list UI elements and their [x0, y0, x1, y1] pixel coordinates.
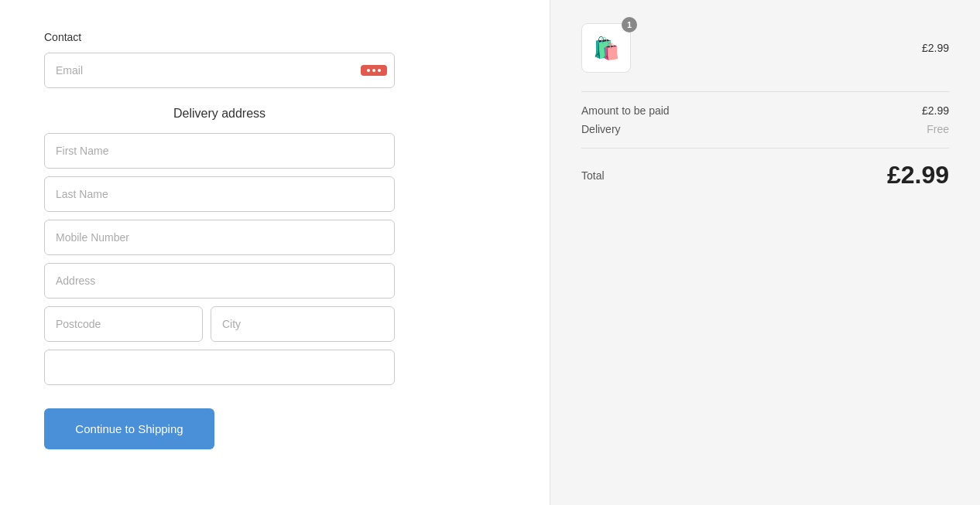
product-image-wrapper: 🛍️ 1	[581, 23, 631, 73]
email-autofill-button[interactable]	[361, 65, 387, 76]
postcode-input[interactable]	[44, 306, 203, 342]
dot-icon	[378, 69, 381, 72]
total-row: Total £2.99	[581, 161, 949, 189]
mobile-input[interactable]	[44, 220, 395, 255]
total-label: Total	[581, 169, 605, 182]
amount-label: Amount to be paid	[581, 104, 670, 117]
left-panel: Contact Delivery address United Kingdom …	[0, 0, 550, 505]
total-amount: £2.99	[887, 161, 949, 189]
city-input[interactable]	[211, 306, 395, 342]
continue-to-shipping-button[interactable]: Continue to Shipping	[44, 408, 214, 449]
divider-top	[581, 91, 949, 92]
email-input[interactable]	[44, 53, 395, 88]
delivery-label: Delivery	[581, 123, 621, 135]
delivery-row: Delivery Free	[581, 123, 949, 135]
amount-value: £2.99	[922, 104, 949, 117]
email-wrapper	[44, 53, 395, 88]
delivery-value: Free	[927, 123, 949, 135]
contact-title: Contact	[44, 31, 395, 43]
first-name-input[interactable]	[44, 133, 395, 169]
product-image-box: 🛍️	[581, 23, 631, 73]
amount-row: Amount to be paid £2.99	[581, 104, 949, 117]
postcode-city-row	[44, 306, 395, 342]
delivery-address-title: Delivery address	[44, 107, 395, 121]
dot-icon	[367, 69, 370, 72]
last-name-input[interactable]	[44, 176, 395, 212]
product-badge: 1	[622, 17, 637, 32]
country-input[interactable]: United Kingdom	[44, 350, 395, 385]
right-panel: 🛍️ 1 £2.99 Amount to be paid £2.99 Deliv…	[550, 0, 980, 505]
address-input[interactable]	[44, 263, 395, 299]
product-price: £2.99	[922, 42, 949, 54]
dot-icon	[372, 69, 375, 72]
product-row: 🛍️ 1 £2.99	[581, 23, 949, 73]
bag-icon: 🛍️	[593, 36, 620, 61]
divider-bottom	[581, 148, 949, 148]
